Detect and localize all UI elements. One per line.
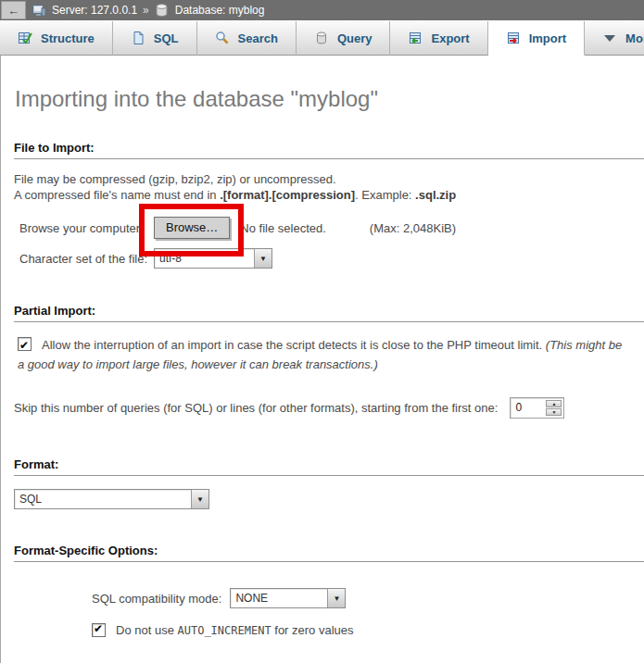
no-file-selected-text: No file selected. (240, 221, 326, 235)
tab-label: Search (238, 31, 278, 45)
breadcrumb-bar: ← Server: 127.0.0.1 » Database: myblog (0, 0, 644, 20)
spin-down-button[interactable] (546, 408, 562, 416)
sql-compatibility-label: SQL compatibility mode: (92, 592, 221, 606)
tab-more[interactable]: More (585, 21, 644, 56)
help-line2-prefix: A compressed file's name must end in (14, 188, 220, 202)
breadcrumb-separator: » (143, 4, 149, 17)
auto-increment-prefix: Do not use (116, 623, 178, 637)
tab-label: More (625, 31, 644, 45)
tab-import[interactable]: Import (488, 21, 585, 56)
dropdown-arrow-icon (327, 589, 345, 607)
compression-help-text: File may be compressed (gzip, bzip2, zip… (14, 171, 644, 203)
query-icon (314, 31, 329, 45)
breadcrumb-database[interactable]: Database: myblog (175, 4, 265, 17)
export-icon (408, 31, 423, 45)
structure-icon (18, 31, 32, 45)
allow-interruption-row: Allow the interruption of an import in c… (18, 335, 631, 374)
tab-sql[interactable]: SQL (113, 21, 197, 56)
chevron-down-icon (602, 31, 617, 45)
back-button[interactable]: ← (1, 1, 26, 19)
format-selected-value: SQL (15, 490, 191, 508)
database-icon (155, 3, 170, 18)
max-size-note: (Max: 2,048KiB) (370, 221, 456, 235)
sql-compatibility-select[interactable]: NONE (230, 588, 346, 608)
help-line1: File may be compressed (gzip, bzip2, zip… (14, 172, 336, 186)
breadcrumb-server[interactable]: Server: 127.0.0.1 (52, 4, 137, 17)
sql-compatibility-row: SQL compatibility mode: NONE (92, 587, 644, 609)
allow-interruption-checkbox[interactable] (18, 337, 32, 351)
browse-label: Browse your computer: (19, 221, 154, 235)
skip-queries-input[interactable]: 0 (510, 397, 564, 419)
auto-increment-keyword: AUTO_INCREMENT (178, 624, 271, 637)
tab-export[interactable]: Export (390, 21, 487, 56)
skip-queries-label: Skip this number of queries (for SQL) or… (14, 401, 498, 415)
import-icon (506, 31, 521, 45)
section-heading-format-specific-options: Format-Specific Options: (14, 544, 644, 562)
browse-row: Browse your computer: Browse… No file se… (19, 217, 644, 239)
section-heading-file-to-import: File to Import: (14, 141, 644, 159)
tab-label: Structure (41, 31, 95, 45)
tab-label: Export (431, 31, 469, 45)
allow-interruption-text: Allow the interruption of an import in c… (42, 338, 546, 352)
dropdown-arrow-icon (254, 249, 271, 268)
section-heading-partial-import: Partial Import: (14, 304, 644, 322)
tab-query[interactable]: Query (297, 21, 391, 56)
sql-compatibility-value: NONE (231, 589, 327, 607)
auto-increment-label: Do not use AUTO_INCREMENT for zero value… (116, 623, 354, 637)
auto-increment-suffix: for zero values (271, 623, 354, 637)
auto-increment-row: Do not use AUTO_INCREMENT for zero value… (92, 623, 644, 637)
auto-increment-checkbox[interactable] (92, 623, 106, 637)
server-icon (32, 3, 46, 18)
import-page: Importing into the database "myblog" Fil… (0, 56, 644, 663)
help-line2-mid: . Example: (355, 188, 415, 202)
tab-structure[interactable]: Structure (0, 21, 113, 56)
charset-label: Character set of the file: (19, 252, 154, 266)
format-compression-pattern: .[format].[compression] (220, 188, 355, 202)
page-title: Importing into the database "myblog" (1, 56, 644, 112)
section-heading-format: Format: (14, 457, 644, 476)
tab-label: Import (529, 31, 566, 45)
help-line2: A compressed file's name must end in .[f… (14, 187, 644, 203)
format-select[interactable]: SQL (14, 489, 209, 509)
dropdown-arrow-icon (191, 490, 208, 508)
skip-queries-value: 0 (511, 398, 546, 418)
browse-button[interactable]: Browse… (154, 217, 230, 239)
format-row: SQL (14, 489, 644, 509)
charset-select[interactable]: utf-8 (154, 248, 272, 269)
tab-label: SQL (154, 31, 179, 45)
sql-icon (131, 31, 145, 45)
charset-row: Character set of the file: utf-8 (19, 247, 644, 269)
search-icon (215, 31, 230, 45)
skip-queries-row: Skip this number of queries (for SQL) or… (14, 395, 644, 419)
tab-bar: Structure SQL Search Query (0, 20, 644, 56)
spin-up-button[interactable] (546, 400, 562, 407)
tab-label: Query (337, 31, 373, 45)
example-extension: .sql.zip (415, 188, 456, 202)
charset-selected-value: utf-8 (155, 249, 254, 268)
tab-search[interactable]: Search (197, 21, 297, 56)
spinner-buttons (546, 400, 562, 416)
